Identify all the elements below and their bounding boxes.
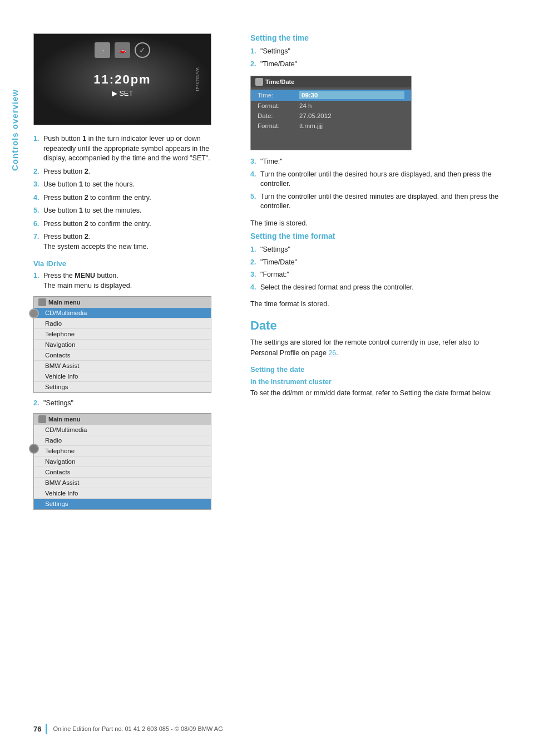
bold-1c: 1 [79, 207, 83, 214]
in-instrument-cluster-header: In the instrument cluster [250, 378, 506, 386]
time-format-stored-text: The time format is stored. [250, 299, 506, 310]
step-content-2: Press button 2. [43, 167, 222, 177]
tf-step-num-3: 3. [250, 270, 260, 280]
right-step-num-2: 2. [250, 60, 260, 70]
tf-step-content-3: "Format:" [260, 270, 289, 280]
car-icon: 🚗 [115, 42, 130, 58]
timedate-title-text: Time/Date [265, 78, 294, 85]
main-menu-screenshot-2: Main menu CD/Multimedia Radio Telephone … [33, 413, 211, 510]
steps-list-main: 1. Push button 1 in the turn indicator l… [33, 134, 222, 252]
menu-title-1: Main menu [34, 297, 211, 308]
step-content-4: Press button 2 to confirm the entry. [43, 193, 222, 203]
knob-2 [29, 444, 39, 454]
right-step-2: 2. "Time/Date" [250, 60, 506, 70]
date-heading: Date [250, 318, 506, 333]
right-step-num-3: 3. [250, 157, 260, 167]
step-content-7: Press button 2.The system accepts the ne… [43, 232, 222, 252]
right-column: Setting the time 1. "Settings" 2. "Time/… [239, 33, 506, 516]
date-page-link[interactable]: 26 [328, 349, 336, 357]
menu-title-text-2: Main menu [48, 416, 80, 423]
instrument-set-display: ▶ SET [112, 89, 134, 97]
step-num-1: 1. [33, 134, 43, 144]
menu-item-navigation: Navigation [34, 340, 211, 350]
menu-item-cd-multimedia: CD/Multimedia [34, 308, 211, 318]
via-idrive-step-2: 2. "Settings" [33, 399, 222, 409]
right-step-content-1: "Settings" [260, 47, 290, 57]
nav-icon: → [95, 42, 110, 58]
main-menu-screenshot-1-container: Main menu CD/Multimedia Radio Telephone … [33, 296, 222, 393]
step-5: 5. Use button 1 to set the minutes. [33, 206, 222, 216]
step-4: 4. Press button 2 to confirm the entry. [33, 193, 222, 203]
check-icon: ✓ [135, 42, 150, 58]
step-3: 3. Use button 1 to set the hours. [33, 180, 222, 190]
footer-text: Online Edition for Part no. 01 41 2 603 … [53, 725, 222, 732]
menu-icon-1 [38, 298, 46, 306]
tf-step-1: 1. "Settings" [250, 245, 506, 255]
main-menu-screenshot-1: Main menu CD/Multimedia Radio Telephone … [33, 296, 211, 393]
menu2-item-cd-multimedia: CD/Multimedia [34, 425, 211, 435]
tf-step-3: 3. "Format:" [250, 270, 506, 280]
knob-1 [29, 308, 39, 318]
instrument-top-icons: → 🚗 ✓ [95, 42, 150, 58]
right-step-5: 5. Turn the controller until the desired… [250, 192, 506, 212]
td-icon [255, 78, 263, 86]
step-content-5: Use button 1 to set the minutes. [43, 206, 222, 216]
tf-step-content-2: "Time/Date" [260, 258, 297, 268]
right-step-4: 4. Turn the controller until the desired… [250, 170, 506, 189]
menu-title-2: Main menu [34, 414, 211, 425]
menu2-item-bmw-assist: BMW Assist [34, 478, 211, 488]
timedate-title-bar: Time/Date [251, 76, 411, 87]
via-idrive-step2-list: 2. "Settings" [33, 399, 222, 409]
step-num-4: 4. [33, 193, 43, 203]
footer-divider [46, 724, 47, 734]
instrument-time-display: 11:20pm [93, 72, 151, 87]
via-idrive-steps: 1. Press the MENU button.The main menu i… [33, 271, 222, 291]
step-num-2: 2. [33, 167, 43, 177]
menu2-item-telephone: Telephone [34, 446, 211, 456]
instrument-screenshot: → 🚗 ✓ 11:20pm ▶ SET W<3040>41 [33, 33, 211, 125]
right-step-num-5: 5. [250, 192, 260, 202]
step-content-3: Use button 1 to set the hours. [43, 180, 222, 190]
step-content-6: Press button 2 to confirm the entry. [43, 219, 222, 229]
bold-2b: 2 [85, 194, 88, 202]
menu-bold: MENU [75, 272, 95, 279]
sidebar-label: Controls overview [10, 89, 19, 171]
time-stored-text: The time is stored. [250, 218, 506, 229]
right-step-content-4: Turn the controller until the desired ho… [260, 170, 506, 189]
setting-date-header: Setting the date [250, 365, 506, 374]
menu-title-text-1: Main menu [48, 299, 80, 306]
timedate-rows: Time: 09:30 Format: 24 h Date: 27.05.201… [251, 87, 411, 150]
td-label-date: Date: [258, 112, 299, 119]
tf-step-4: 4. Select the desired format and press t… [250, 283, 506, 293]
watermark: W<3040>41 [195, 67, 200, 92]
td-label-time: Time: [258, 92, 299, 99]
td-row-format2: Format: tt.mm.jjjj [251, 121, 411, 131]
td-label-format1: Format: [258, 102, 299, 109]
menu-items-2: CD/Multimedia Radio Telephone Navigation… [34, 425, 211, 509]
bold-1: 1 [82, 135, 86, 143]
via-idrive-step-num-1: 1. [33, 271, 43, 281]
tf-step-num-4: 4. [250, 283, 260, 293]
menu2-item-radio: Radio [34, 435, 211, 446]
tf-step-content-4: Select the desired format and press the … [260, 283, 414, 293]
setting-time-steps-3-5: 3. "Time:" 4. Turn the controller until … [250, 157, 506, 212]
menu2-item-vehicle-info: Vehicle Info [34, 488, 211, 499]
setting-time-steps-1-2: 1. "Settings" 2. "Time/Date" [250, 47, 506, 69]
left-column: → 🚗 ✓ 11:20pm ▶ SET W<3040>41 1. Push bu… [33, 33, 239, 516]
menu2-item-navigation: Navigation [34, 456, 211, 467]
step-num-5: 5. [33, 206, 43, 216]
tf-step-num-1: 1. [250, 245, 260, 255]
tf-step-2: 2. "Time/Date" [250, 258, 506, 268]
date-desc-text2: . [336, 349, 338, 357]
page-number: 76 [33, 725, 41, 733]
step-7: 7. Press button 2.The system accepts the… [33, 232, 222, 252]
td-row-time: Time: 09:30 [251, 90, 411, 101]
td-label-format2: Format: [258, 122, 299, 129]
bold-2c: 2 [85, 220, 88, 228]
bold-2: 2 [85, 168, 88, 175]
menu-item-bmw-assist: BMW Assist [34, 361, 211, 371]
right-step-content-5: Turn the controller until the desired mi… [260, 192, 506, 212]
step-6: 6. Press button 2 to confirm the entry. [33, 219, 222, 229]
td-value-format1: 24 h [299, 102, 404, 109]
td-value-format2: tt.mm.jjjj [299, 122, 404, 129]
